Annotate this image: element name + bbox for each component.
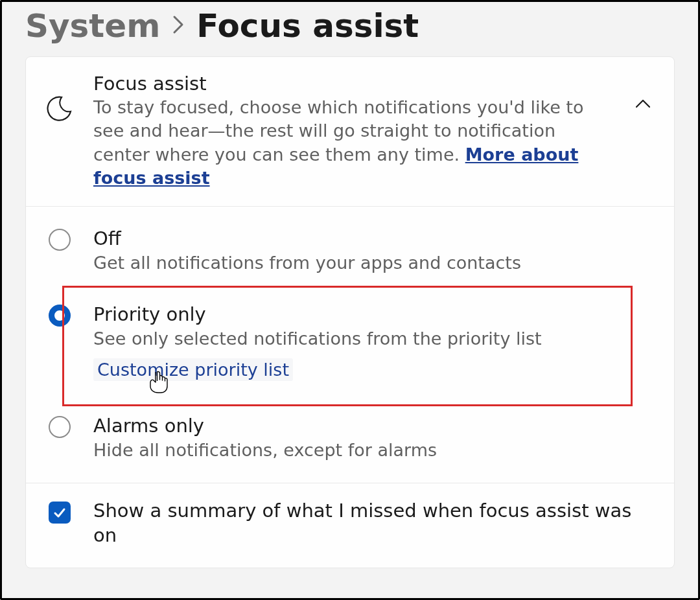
option-title: Alarms only xyxy=(93,415,659,437)
section-description: To stay focused, choose which notificati… xyxy=(93,96,612,190)
moon-icon xyxy=(41,73,78,122)
page-title: Focus assist xyxy=(196,7,419,45)
option-title: Off xyxy=(93,227,659,250)
option-description: Get all notifications from your apps and… xyxy=(93,251,659,275)
option-description: See only selected notifications from the… xyxy=(93,327,659,351)
focus-assist-card: Focus assist To stay focused, choose whi… xyxy=(25,56,675,568)
check-icon xyxy=(52,505,67,520)
breadcrumb-parent[interactable]: System xyxy=(25,7,160,45)
option-description: Hide all notifications, except for alarm… xyxy=(93,439,659,462)
radio-off[interactable] xyxy=(49,229,71,251)
option-alarms-only[interactable]: Alarms only Hide all notifications, exce… xyxy=(26,400,674,476)
chevron-right-icon xyxy=(172,10,185,40)
summary-label: Show a summary of what I missed when foc… xyxy=(93,499,659,548)
option-priority-only[interactable]: Priority only See only selected notifica… xyxy=(26,289,674,400)
summary-checkbox[interactable] xyxy=(49,502,71,524)
option-off[interactable]: Off Get all notifications from your apps… xyxy=(26,213,674,289)
section-title: Focus assist xyxy=(93,73,612,95)
summary-row[interactable]: Show a summary of what I missed when foc… xyxy=(26,483,674,567)
radio-priority-only[interactable] xyxy=(49,305,71,327)
option-title: Priority only xyxy=(93,303,659,326)
radio-alarms-only[interactable] xyxy=(49,416,71,438)
breadcrumb: System Focus assist xyxy=(7,7,693,56)
options-group: Off Get all notifications from your apps… xyxy=(26,207,674,483)
customize-priority-list-link[interactable]: Customize priority list xyxy=(93,358,293,381)
chevron-up-icon[interactable] xyxy=(627,73,659,109)
focus-assist-header[interactable]: Focus assist To stay focused, choose whi… xyxy=(26,57,674,207)
